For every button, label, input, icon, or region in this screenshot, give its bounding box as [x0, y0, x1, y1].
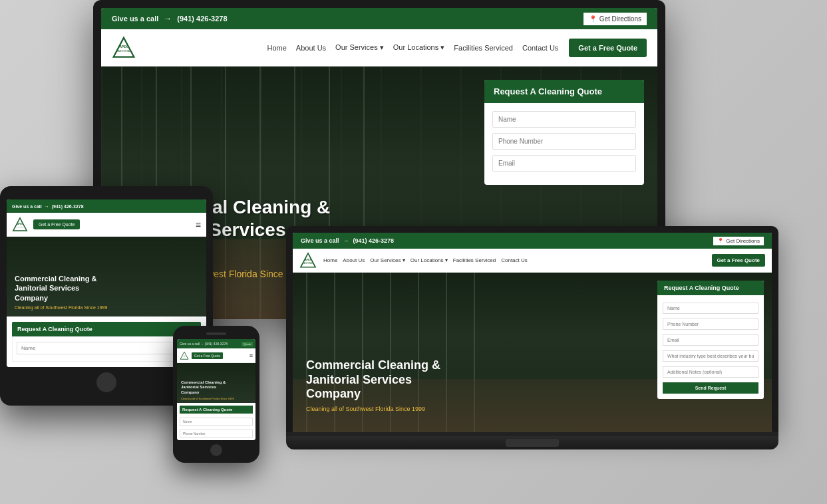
phone-quote-section: Request A Cleaning Quote	[177, 403, 255, 440]
phone-speaker	[206, 332, 226, 335]
scene: Give us a call → (941) 426-3278 Get Dire…	[0, 0, 827, 504]
laptop-nav-home[interactable]: Home	[323, 257, 337, 263]
phone-hero: Commercial Cleaning &Janitorial Services…	[177, 363, 255, 403]
desktop-topbar-left: Give us a call → (941) 426-3278	[112, 14, 228, 23]
phone-topbar-btn[interactable]: Quote	[242, 342, 253, 346]
laptop-pin-icon: 📍	[717, 238, 724, 244]
tablet-navbar: APEX JANITORIAL Get a Free Quote ≡	[7, 213, 206, 237]
laptop-submit-button[interactable]: Send Request	[663, 382, 758, 394]
desktop-quote-body	[484, 103, 644, 185]
phone-navbar: APEX Get a Free Quote ≡	[177, 348, 255, 363]
tablet-hamburger-icon[interactable]: ≡	[196, 219, 201, 230]
svg-text:APEX: APEX	[120, 45, 128, 49]
desktop-cta-button[interactable]: Get a Free Quote	[569, 39, 647, 57]
phone-cta-button[interactable]: Get a Free Quote	[192, 352, 223, 359]
tablet-hero: Commercial Cleaning & Janitorial Service…	[7, 237, 206, 316]
tablet-hero-content: Commercial Cleaning & Janitorial Service…	[15, 274, 107, 310]
laptop-topbar-right: 📍 Get Directions	[713, 237, 764, 245]
desktop-logo[interactable]: APEX JANITORIAL	[112, 36, 136, 60]
tablet-arrow: →	[45, 204, 49, 209]
laptop-nav-contact[interactable]: Contact Us	[501, 257, 528, 263]
tablet-hero-title: Commercial Cleaning & Janitorial Service…	[15, 274, 107, 303]
desktop-logo-area: APEX JANITORIAL	[112, 36, 136, 60]
desktop-phone-input[interactable]	[492, 133, 636, 150]
laptop-email-input[interactable]	[663, 334, 758, 346]
laptop-quote-header: Request A Cleaning Quote	[657, 281, 764, 295]
tablet-hero-sub: Cleaning all of Southwest Florida Since …	[15, 305, 107, 310]
tablet-phone: (941) 426-3278	[52, 204, 84, 209]
svg-text:APEX: APEX	[17, 223, 23, 225]
desktop-navbar: APEX JANITORIAL Home About Us Our Servic…	[101, 29, 657, 66]
laptop-quote-body: Send Request	[657, 295, 764, 399]
laptop-name-input[interactable]	[663, 303, 758, 314]
laptop-phone: (941) 426-3278	[353, 237, 395, 244]
laptop-device: Give us a call → (941) 426-3278 📍 Get Di…	[286, 226, 778, 449]
phone-name-input[interactable]	[180, 418, 253, 426]
nav-services[interactable]: Our Services ▾	[335, 43, 384, 52]
svg-text:JANITORIAL: JANITORIAL	[303, 261, 313, 264]
laptop-cta-button[interactable]: Get a Free Quote	[712, 254, 765, 267]
desktop-name-input[interactable]	[492, 111, 636, 128]
desktop-phone: (941) 426-3278	[177, 15, 227, 23]
nav-contact[interactable]: Contact Us	[522, 44, 558, 52]
laptop-phone-input[interactable]	[663, 318, 758, 330]
laptop-topbar-left: Give us a call → (941) 426-3278	[301, 237, 394, 244]
laptop-nav-services[interactable]: Our Services ▾	[370, 257, 405, 263]
laptop-base	[286, 436, 778, 449]
laptop-notes-input[interactable]	[663, 366, 758, 378]
nav-locations[interactable]: Our Locations ▾	[393, 43, 445, 52]
laptop-quote-form: Request A Cleaning Quote Send Request	[657, 281, 764, 399]
tablet-topbar-left: Give us a call → (941) 426-3278	[12, 204, 84, 209]
laptop-hero-sub: Cleaning all of Southwest Florida Since …	[306, 406, 440, 412]
desktop-directions: Get Directions	[599, 15, 641, 23]
phone-hero-sub: Cleaning all of Southwest Florida Since …	[181, 397, 234, 400]
desktop-nav-links: Home About Us Our Services ▾ Our Locatio…	[267, 43, 559, 52]
desktop-quote-form: Request A Cleaning Quote	[484, 80, 644, 185]
phone-home-button[interactable]	[210, 444, 222, 456]
laptop-screen-frame: Give us a call → (941) 426-3278 📍 Get Di…	[286, 226, 778, 432]
laptop-call-label: Give us a call	[301, 237, 339, 244]
phone-hero-title: Commercial Cleaning &Janitorial Services…	[181, 380, 234, 396]
laptop-nav-about[interactable]: About Us	[343, 257, 365, 263]
laptop-directions: Get Directions	[726, 238, 760, 244]
tablet-home-button[interactable]	[96, 372, 116, 392]
svg-text:APEX: APEX	[305, 259, 312, 261]
tablet-cta-button[interactable]: Get a Free Quote	[33, 219, 80, 229]
nav-about[interactable]: About Us	[296, 44, 326, 52]
svg-text:JANITORIAL: JANITORIAL	[15, 226, 25, 228]
phone-topbar-text: Give us a call → (941) 426-3278	[180, 342, 228, 346]
phone-logo[interactable]: APEX	[180, 351, 189, 360]
phone-topbar: Give us a call → (941) 426-3278 Quote	[177, 339, 255, 348]
nav-facilities[interactable]: Facilities Serviced	[454, 44, 513, 52]
phone-hero-content: Commercial Cleaning &Janitorial Services…	[181, 380, 234, 400]
desktop-call-label: Give us a call	[112, 15, 158, 23]
phone-screen: Give us a call → (941) 426-3278 Quote AP…	[177, 339, 255, 440]
laptop-logo[interactable]: APEX JANITORIAL	[299, 252, 317, 269]
laptop-arrow: →	[343, 237, 349, 244]
laptop-hero: Commercial Cleaning & Janitorial Service…	[293, 273, 772, 432]
tablet-topbar: Give us a call → (941) 426-3278	[7, 199, 206, 213]
nav-home[interactable]: Home	[267, 44, 287, 52]
laptop-hero-title: Commercial Cleaning & Janitorial Service…	[306, 358, 440, 402]
phone-quote-header: Request A Cleaning Quote	[180, 406, 253, 414]
arrow-icon: →	[164, 14, 172, 23]
pin-icon	[589, 15, 597, 23]
laptop-nav-links: Home About Us Our Services ▾ Our Locatio…	[323, 257, 528, 263]
laptop-industry-input[interactable]	[663, 350, 758, 362]
svg-text:APEX: APEX	[182, 354, 186, 356]
phone-frame: Give us a call → (941) 426-3278 Quote AP…	[173, 326, 259, 463]
phone-phone-input[interactable]	[180, 430, 253, 438]
phone-device: Give us a call → (941) 426-3278 Quote AP…	[173, 326, 259, 463]
laptop-trackpad	[506, 439, 559, 447]
tablet-logo[interactable]: APEX JANITORIAL	[12, 217, 28, 233]
laptop-navbar: APEX JANITORIAL Home About Us Our Servic…	[293, 249, 772, 273]
tablet-name-input[interactable]	[17, 342, 196, 354]
desktop-quote-header: Request A Cleaning Quote	[484, 80, 644, 103]
tablet-call-label: Give us a call	[12, 204, 42, 209]
desktop-email-input[interactable]	[492, 155, 636, 172]
laptop-nav-locations[interactable]: Our Locations ▾	[411, 257, 448, 263]
laptop-nav-facilities[interactable]: Facilities Serviced	[453, 257, 496, 263]
phone-hamburger-icon[interactable]: ≡	[249, 352, 253, 359]
desktop-topbar: Give us a call → (941) 426-3278 Get Dire…	[101, 8, 657, 29]
laptop-topbar: Give us a call → (941) 426-3278 📍 Get Di…	[293, 233, 772, 249]
